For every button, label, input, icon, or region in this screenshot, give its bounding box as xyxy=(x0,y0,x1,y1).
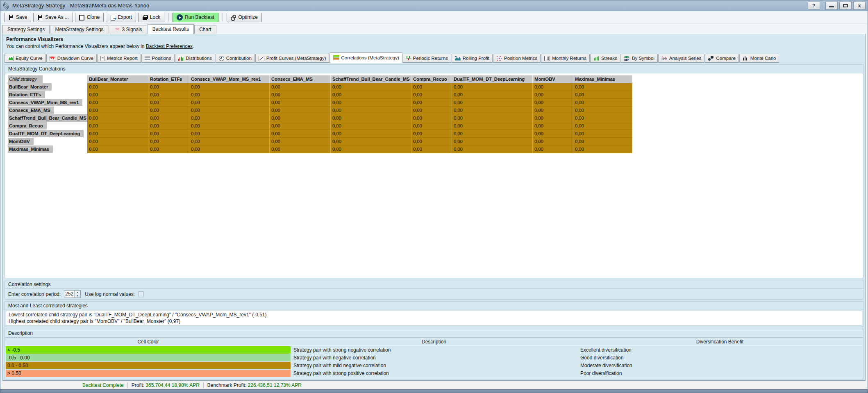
column-header[interactable]: DualTF_MOM_DT_DeepLearning xyxy=(452,75,533,83)
correlation-cell: 0,00 xyxy=(189,99,270,107)
visualizer-tab[interactable]: Monthly Returns xyxy=(541,54,590,63)
visualizer-tab-label: Streaks xyxy=(601,56,617,61)
help-button[interactable]: ? xyxy=(808,2,820,9)
backtest-preferences-link[interactable]: Backtest Preferences xyxy=(146,43,193,49)
correlation-cell: 0,00 xyxy=(411,91,452,99)
toolbar-button[interactable]: Lock xyxy=(138,13,164,22)
column-header[interactable]: Compra_Recuo xyxy=(411,75,452,83)
row-cells: 0,000,000,000,000,000,000,000,000,00 xyxy=(87,99,632,107)
main-tab[interactable]: MetaStrategy Settings xyxy=(50,25,108,34)
visualizer-tab[interactable]: Compare xyxy=(705,54,738,63)
correlation-cell: 0,00 xyxy=(331,114,411,122)
correlation-cell: 0,00 xyxy=(270,99,331,107)
benchmark-value: 226.436,51 12,73% APR xyxy=(248,382,302,388)
row-label-cell: Compra_Recuo xyxy=(8,122,87,130)
main-tab-label: Chart xyxy=(199,27,211,32)
row-label: Consecs_VWAP_Mom_MS_rev1 xyxy=(8,99,82,106)
main-tab[interactable]: Chart xyxy=(194,25,216,34)
visualizer-tab[interactable]: Periodic Returns xyxy=(403,54,451,63)
visualizer-tab[interactable]: By Symbol xyxy=(621,54,658,63)
toolbar-button[interactable]: Export xyxy=(106,13,136,22)
visualizer-tab[interactable]: Correlations (MetaStrategy) xyxy=(330,52,402,63)
visualizer-tab-label: Monte Carlo xyxy=(750,56,776,61)
correlation-cell: 0,00 xyxy=(148,145,189,153)
close-button[interactable]: x xyxy=(853,2,866,9)
visualizer-tab[interactable]: Position Metrics xyxy=(493,54,541,63)
visualizer-tab[interactable]: Positions xyxy=(141,54,175,63)
main-tab[interactable]: Backtest Results xyxy=(148,24,194,34)
log-normal-checkbox[interactable] xyxy=(138,291,144,297)
visualizer-tab[interactable]: Analysis Series xyxy=(658,54,705,63)
column-header[interactable]: SchaffTrend_Bull_Bear_Candle_MS xyxy=(331,75,411,83)
title-bar: MetaStrategy Strategy - MetaStrat\Meta d… xyxy=(0,0,868,11)
visualizer-tab[interactable]: Equity Curve xyxy=(5,54,46,63)
correlation-period-value[interactable]: 252 xyxy=(64,291,74,298)
visualizer-tab-icon xyxy=(544,56,550,61)
correlation-cell: 0,00 xyxy=(87,83,148,91)
visualizer-tab[interactable]: Contribution xyxy=(216,54,255,63)
most-least-group: Most and Least correlated strategies Low… xyxy=(5,301,863,327)
correlation-cell: 0,00 xyxy=(270,130,331,138)
legend-row: -0.5 - 0.00 Strategy pair with negative … xyxy=(6,354,862,361)
visualizer-tab[interactable]: Monte Carlo xyxy=(739,54,779,63)
row-label: DualTF_MOM_DT_DeepLearning xyxy=(8,130,84,137)
toolbar-button[interactable]: Clone xyxy=(75,13,104,22)
correlation-cell: 0,00 xyxy=(331,91,411,99)
main-tab[interactable]: Strategy Settings xyxy=(2,25,50,34)
row-label-cell: MomOBV xyxy=(8,138,87,145)
stepper-down-icon[interactable]: ▼ xyxy=(75,294,80,298)
toolbar-button[interactable]: Optimize xyxy=(227,13,262,22)
column-header[interactable]: BullBear_Monster xyxy=(87,75,148,83)
row-label: BullBear_Monster xyxy=(8,83,52,91)
column-header[interactable]: Consecs_VWAP_Mom_MS_rev1 xyxy=(189,75,270,83)
row-cells: 0,000,000,000,000,000,000,000,000,00 xyxy=(87,114,632,122)
visualizer-tab-icon xyxy=(100,56,105,61)
toolbar-button[interactable]: Save As ... xyxy=(33,13,73,22)
correlation-header-row: Child strategy BullBear_MonsterRotation_… xyxy=(8,75,863,83)
correlation-cell: 0,00 xyxy=(148,138,189,145)
toolbar-button[interactable]: Run Backtest xyxy=(173,13,218,22)
visualizer-tab[interactable]: Streaks xyxy=(590,54,620,63)
correlation-period-label: Enter correlation period: xyxy=(8,291,61,297)
most-least-textbox[interactable]: Lowest correlated child strategy pair is… xyxy=(6,311,862,325)
minimize-button[interactable] xyxy=(825,2,838,9)
visualizer-tab[interactable]: Metrics Report xyxy=(97,54,141,63)
profit-item: Profit: 365.704,44 18,98% APR xyxy=(132,382,200,388)
correlation-row: Compra_Recuo 0,000,000,000,000,000,000,0… xyxy=(8,122,863,130)
correlation-cell: 0,00 xyxy=(87,138,148,145)
main-tab[interactable]: 3 Signals xyxy=(109,25,147,34)
visualizer-tab[interactable]: Drawdown Curve xyxy=(46,54,97,63)
visualizer-tab[interactable]: Distributions xyxy=(175,54,215,63)
row-cells: 0,000,000,000,000,000,000,000,000,00 xyxy=(87,91,632,99)
column-header[interactable]: MomOBV xyxy=(533,75,573,83)
child-strategy-corner-label: Child strategy xyxy=(8,75,43,83)
visualizer-tab[interactable]: Rolling Profit xyxy=(452,54,493,63)
correlations-group-title: MetaStrategy Correlations xyxy=(5,65,863,73)
toolbar-button[interactable]: Save xyxy=(4,13,31,22)
correlation-cell: 0,00 xyxy=(87,122,148,130)
correlation-cell: 0,00 xyxy=(411,130,452,138)
correlation-cell: 0,00 xyxy=(533,91,573,99)
row-cells: 0,000,000,000,000,000,000,000,000,00 xyxy=(87,145,632,153)
correlation-cell: 0,00 xyxy=(533,107,573,114)
correlation-cell: 0,00 xyxy=(533,114,573,122)
correlation-cell: 0,00 xyxy=(573,145,632,153)
description-group: Description Cell Color Description Diver… xyxy=(5,329,863,379)
correlation-cell: 0,00 xyxy=(87,114,148,122)
stepper-up-icon[interactable]: ▲ xyxy=(75,291,80,294)
visualizer-tab-label: Profit Curves (MetaStrategy) xyxy=(266,56,326,61)
column-header[interactable]: Maximas_Minimas xyxy=(573,75,632,83)
toolbar-button-label: Save xyxy=(16,14,27,20)
maximize-button[interactable] xyxy=(839,2,852,9)
column-header[interactable]: Rotation_ETFs xyxy=(148,75,189,83)
legend-benefit: Excellent diversification xyxy=(577,346,862,354)
visualizer-tab-label: Periodic Returns xyxy=(413,56,448,61)
visualizer-tab[interactable]: Profit Curves (MetaStrategy) xyxy=(255,54,329,63)
column-header[interactable]: Consecs_EMA_MS xyxy=(270,75,331,83)
visualizer-tab-icon xyxy=(178,56,184,61)
row-label: MomOBV xyxy=(8,138,34,145)
main-tab-bar: Strategy Settings MetaStrategy Settings … xyxy=(0,24,868,34)
correlation-row: Rotation_ETFs 0,000,000,000,000,000,000,… xyxy=(8,91,863,99)
correlation-period-stepper[interactable]: 252 ▲ ▼ xyxy=(64,290,81,298)
toolbar-button-label: Clone xyxy=(87,14,100,20)
